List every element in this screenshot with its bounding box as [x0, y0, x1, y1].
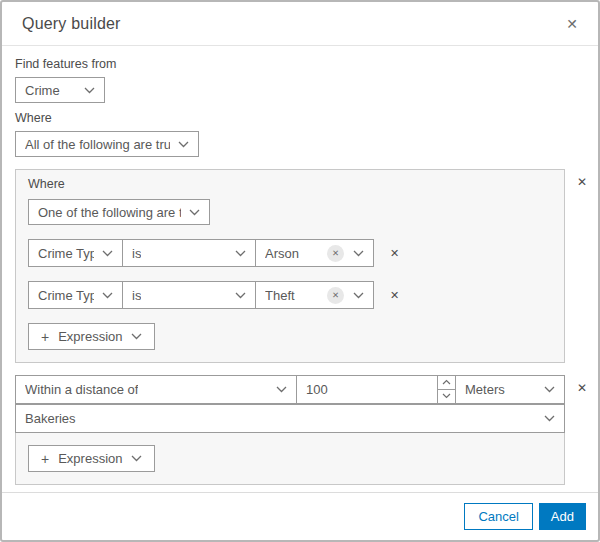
operator-select-value: is: [132, 246, 141, 261]
remove-row-icon[interactable]: ✕: [388, 248, 401, 259]
expression-row: Crime Type is Theft: [28, 281, 552, 309]
cancel-button[interactable]: Cancel: [464, 503, 532, 530]
chevron-down-icon: [544, 386, 555, 393]
chevron-down-icon: [131, 455, 142, 462]
distance-input[interactable]: 100: [296, 375, 456, 404]
layer-select[interactable]: Crime: [15, 77, 105, 103]
match-operator-select[interactable]: All of the following are true: [15, 131, 199, 157]
group1-match-operator-select[interactable]: One of the following are tr...: [28, 199, 210, 225]
dialog-header: Query builder ✕: [2, 2, 598, 46]
operator-select-value: is: [132, 288, 141, 303]
chevron-down-icon: [84, 87, 95, 94]
expression-row: Crime Type is Arson: [28, 239, 552, 267]
match-operator-value: All of the following are true: [25, 137, 170, 152]
operator-select[interactable]: is: [122, 239, 256, 267]
chevron-down-icon: [544, 415, 555, 422]
group1-where-label: Where: [28, 177, 552, 191]
chevron-down-icon: [235, 292, 246, 299]
chevron-down-icon: [102, 292, 113, 299]
operator-select[interactable]: is: [122, 281, 256, 309]
chevron-down-icon: [178, 141, 189, 148]
field-select[interactable]: Crime Type: [28, 281, 123, 309]
distance-value: 100: [297, 376, 437, 403]
remove-group-icon[interactable]: ✕: [575, 382, 589, 394]
expression-group-2: Within a distance of 100: [15, 375, 589, 485]
chevron-down-icon: [131, 333, 142, 340]
chip-remove-icon[interactable]: ✕: [327, 287, 344, 304]
chip-remove-icon[interactable]: ✕: [327, 245, 344, 262]
plus-icon: +: [41, 451, 49, 467]
add-expression-label: Expression: [58, 329, 122, 344]
group1-match-operator-value: One of the following are tr...: [38, 205, 181, 220]
value-select[interactable]: Theft ✕: [255, 281, 374, 309]
chevron-down-icon: [276, 386, 287, 393]
layer-select-value: Crime: [25, 83, 60, 98]
field-select[interactable]: Crime Type: [28, 239, 123, 267]
find-features-label: Find features from: [15, 57, 589, 71]
spatial-operator-select[interactable]: Within a distance of: [15, 375, 297, 404]
add-expression-button[interactable]: + Expression: [28, 445, 155, 472]
expression-group-1: Where One of the following are tr... Cri…: [15, 169, 589, 363]
expression-group-1-box: Where One of the following are tr... Cri…: [15, 169, 565, 363]
remove-row-icon[interactable]: ✕: [388, 290, 401, 301]
add-button[interactable]: Add: [539, 503, 586, 530]
units-select-value: Meters: [465, 382, 505, 397]
value-chip-label: Theft: [265, 288, 327, 303]
remove-group-icon[interactable]: ✕: [575, 176, 589, 188]
value-chip-label: Arson: [265, 246, 327, 261]
chevron-down-icon: [189, 209, 200, 216]
stepper-up-icon[interactable]: [438, 376, 455, 390]
close-icon[interactable]: ✕: [566, 17, 578, 31]
units-select[interactable]: Meters: [455, 375, 565, 404]
chevron-down-icon: [102, 250, 113, 257]
number-stepper: [437, 376, 455, 403]
add-expression-label: Expression: [58, 451, 122, 466]
chevron-down-icon: [353, 250, 364, 257]
spatial-expression-row: Within a distance of 100: [15, 375, 565, 404]
expression-group-2-box: Within a distance of 100: [15, 375, 565, 485]
chevron-down-icon: [235, 250, 246, 257]
where-label: Where: [15, 111, 589, 125]
plus-icon: +: [41, 329, 49, 345]
dialog-footer: Cancel Add: [2, 492, 598, 540]
target-layer-value: Bakeries: [25, 411, 76, 426]
dialog-body: Find features from Crime Where All of th…: [2, 46, 598, 492]
value-select[interactable]: Arson ✕: [255, 239, 374, 267]
add-expression-button[interactable]: + Expression: [28, 323, 155, 350]
spatial-operator-value: Within a distance of: [25, 382, 138, 397]
query-builder-dialog: Query builder ✕ Find features from Crime…: [0, 0, 600, 542]
chevron-down-icon: [353, 292, 364, 299]
field-select-value: Crime Type: [38, 288, 94, 303]
dialog-title: Query builder: [22, 15, 121, 33]
stepper-down-icon[interactable]: [438, 390, 455, 404]
field-select-value: Crime Type: [38, 246, 94, 261]
target-layer-select[interactable]: Bakeries: [15, 404, 565, 433]
